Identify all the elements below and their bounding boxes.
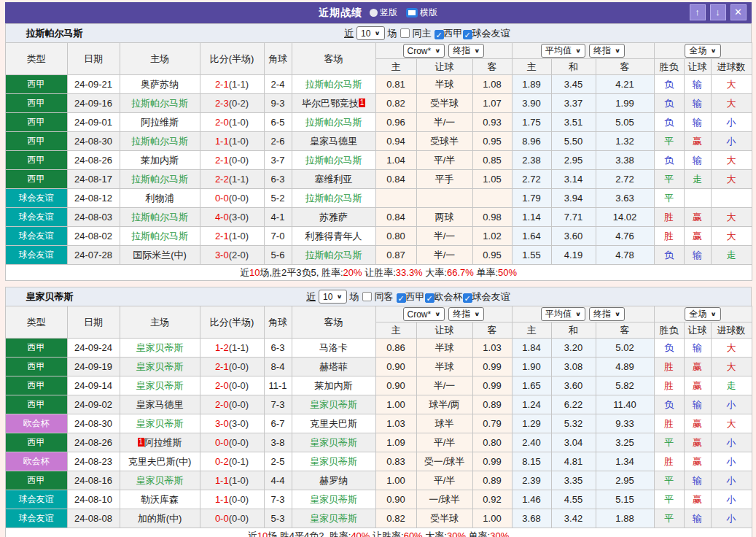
avg-away-odds: 5.02 bbox=[596, 339, 654, 358]
avg-draw-odds: 3.45 bbox=[551, 75, 596, 94]
radio-selected-icon[interactable] bbox=[406, 8, 418, 18]
score-cell: 2-1(0-0) bbox=[200, 151, 264, 170]
result-goals-cell: 走 bbox=[711, 246, 752, 265]
away-team-cell: 马洛卡 bbox=[292, 339, 375, 358]
corner-cell: 4-1 bbox=[264, 208, 292, 227]
summary-row: 近10场,胜4平4负2, 胜率:40% 让胜率:60% 大率:30% 单率:30… bbox=[5, 528, 752, 537]
score-cell: 1-1(1-0) bbox=[200, 132, 264, 151]
result-goals-cell: 小 bbox=[711, 490, 752, 509]
avg-final-select[interactable]: 终指∨ bbox=[589, 307, 625, 321]
near-link[interactable]: 近 bbox=[344, 27, 354, 40]
match-type-cell: 西甲 bbox=[5, 151, 67, 170]
match-count-select[interactable]: 10∨ bbox=[319, 290, 346, 304]
score-cell: 1-1(1-0) bbox=[200, 471, 264, 490]
match-row: 西甲24-08-17拉斯帕尔马斯2-2(1-1)6-3塞维利亚0.84平手1.0… bbox=[5, 170, 752, 189]
odds-final-select[interactable]: 终指∨ bbox=[448, 307, 484, 321]
handicap-line: 平/半 bbox=[416, 151, 472, 170]
col-home: 主场 bbox=[120, 306, 200, 339]
team-name: 皇家贝蒂斯 bbox=[6, 290, 74, 304]
summary-text: 近10场,胜2平3负5, 胜率:20% 让胜率:33.3% 大率:66.7% 单… bbox=[5, 265, 752, 281]
avg-select[interactable]: 平均值∨ bbox=[541, 307, 585, 321]
same-venue-checkbox[interactable] bbox=[362, 292, 372, 301]
league-checkbox-球会友谊[interactable]: ✓ bbox=[463, 30, 472, 39]
avg-away-odds: 2.72 bbox=[596, 170, 654, 189]
odds-source-select[interactable]: Crow*∨ bbox=[403, 307, 445, 321]
chevron-down-icon: ∨ bbox=[615, 311, 620, 317]
handicap-home-odds: 0.90 bbox=[375, 490, 416, 509]
avg-away-odds: 3.63 bbox=[596, 189, 654, 208]
match-row: 球会友谊24-07-28国际米兰(中)3-0(2-0)5-6拉斯帕尔马斯0.87… bbox=[5, 246, 752, 265]
move-up-button[interactable]: ↑ bbox=[690, 4, 706, 20]
result-handicap-cell: 输 bbox=[684, 509, 711, 528]
col-away: 客场 bbox=[292, 43, 375, 75]
team-section: 皇家贝蒂斯 近 10∨ 场 同客 ✓西甲✓欧会杯✓球会友谊 类 bbox=[5, 287, 752, 537]
avg-draw-odds: 3.08 bbox=[551, 358, 596, 376]
match-type-cell: 西甲 bbox=[5, 376, 67, 395]
league-checkbox-球会友谊[interactable]: ✓ bbox=[463, 293, 472, 303]
handicap-line: 平/半 bbox=[416, 471, 472, 490]
col-odds-away: 客 bbox=[472, 322, 512, 339]
close-button[interactable]: ✕ bbox=[730, 4, 747, 20]
col-handicap-result: 让球 bbox=[684, 322, 711, 339]
league-checkbox-欧会杯[interactable]: ✓ bbox=[425, 293, 434, 303]
handicap-home-odds: 0.90 bbox=[375, 358, 416, 376]
match-type-cell: 欧会杯 bbox=[5, 452, 67, 471]
result-goals-cell: 小 bbox=[711, 395, 752, 414]
col-avg-away: 客 bbox=[596, 59, 654, 75]
home-team-cell: 皇家贝蒂斯 bbox=[120, 414, 200, 433]
league-checkbox-西甲[interactable]: ✓ bbox=[397, 293, 406, 303]
date-cell: 24-09-02 bbox=[67, 395, 120, 414]
avg-home-odds: 1.65 bbox=[512, 376, 551, 395]
summary-text: 近10场,胜4平4负2, 胜率:40% 让胜率:60% 大率:30% 单率:30… bbox=[5, 528, 752, 537]
corner-cell: 2-6 bbox=[264, 132, 292, 151]
scope-select[interactable]: 全场∨ bbox=[685, 307, 720, 321]
handicap-away-odds: 1.03 bbox=[472, 339, 512, 358]
away-team-cell: 拉斯帕尔马斯 bbox=[292, 246, 375, 265]
col-avg-draw: 和 bbox=[551, 59, 596, 75]
team-name: 拉斯帕尔马斯 bbox=[6, 27, 83, 40]
away-team-cell: 拉斯帕尔马斯 bbox=[292, 151, 375, 170]
score-cell: 0-0(0-0) bbox=[200, 189, 264, 208]
away-team-cell: 毕尔巴鄂竞技1 bbox=[292, 94, 375, 113]
result-wdl-cell: 胜 bbox=[654, 414, 684, 433]
match-type-cell: 球会友谊 bbox=[5, 490, 67, 509]
col-score: 比分(半场) bbox=[200, 43, 264, 75]
team-section: 拉斯帕尔马斯 近 10∨ 场 同主 ✓西甲✓球会友谊 类型 bbox=[5, 23, 752, 287]
odds-final-select[interactable]: 终指∨ bbox=[448, 44, 484, 58]
match-type-cell: 西甲 bbox=[5, 395, 67, 414]
result-goals-cell: 大 bbox=[711, 358, 752, 376]
date-cell: 24-08-30 bbox=[67, 414, 120, 433]
results-table: 类型 日期 主场 比分(半场) 角球 客场 Crow*∨ 终指∨ 平均值 bbox=[5, 306, 752, 537]
radio-icon[interactable] bbox=[370, 9, 378, 17]
result-handicap-cell: 输 bbox=[684, 94, 711, 113]
handicap-away-odds: 0.93 bbox=[472, 113, 512, 132]
corner-cell: 5-6 bbox=[264, 246, 292, 265]
avg-away-odds: 3.38 bbox=[596, 151, 654, 170]
avg-draw-odds: 4.81 bbox=[551, 452, 596, 471]
match-type-cell: 西甲 bbox=[5, 471, 67, 490]
radio-horizontal-layout[interactable]: 横版 bbox=[406, 7, 437, 19]
avg-select[interactable]: 平均值∨ bbox=[541, 44, 585, 58]
date-cell: 24-08-23 bbox=[67, 452, 120, 471]
radio-horizontal-label: 横版 bbox=[420, 7, 437, 19]
odds-source-select[interactable]: Crow*∨ bbox=[403, 44, 445, 58]
corner-cell: 6-3 bbox=[264, 170, 292, 189]
same-venue-checkbox[interactable] bbox=[400, 28, 410, 38]
result-handicap-cell: 赢 bbox=[684, 227, 711, 246]
move-down-button[interactable]: ↓ bbox=[710, 4, 726, 20]
radio-vertical-layout[interactable]: 竖版 bbox=[370, 7, 397, 19]
chevron-down-icon: ∨ bbox=[336, 293, 342, 300]
avg-final-select[interactable]: 终指∨ bbox=[589, 44, 625, 58]
near-link[interactable]: 近 bbox=[306, 290, 316, 304]
scope-select[interactable]: 全场∨ bbox=[685, 44, 720, 58]
col-score: 比分(半场) bbox=[200, 306, 264, 339]
match-row: 西甲24-09-16拉斯帕尔马斯2-3(0-2)9-3毕尔巴鄂竞技10.82受半… bbox=[5, 94, 752, 113]
handicap-home-odds: 0.94 bbox=[375, 132, 416, 151]
col-handicap: 让球 bbox=[416, 59, 472, 75]
league-checkbox-西甲[interactable]: ✓ bbox=[434, 30, 444, 39]
match-count-select[interactable]: 10∨ bbox=[356, 26, 384, 40]
corner-cell: 3-7 bbox=[264, 151, 292, 170]
score-cell: 2-1(0-0) bbox=[200, 358, 264, 376]
col-avg-home: 主 bbox=[512, 322, 551, 339]
corner-cell: 7-0 bbox=[264, 227, 292, 246]
